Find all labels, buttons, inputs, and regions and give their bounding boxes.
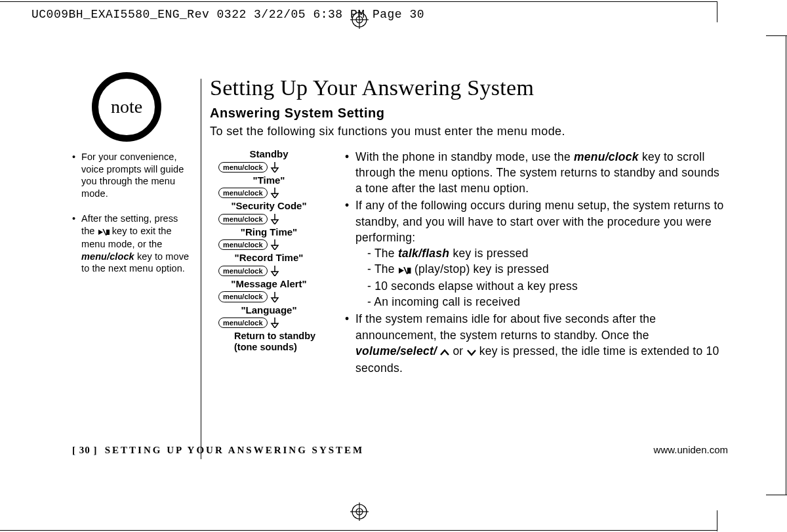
down-arrow-icon <box>270 292 279 302</box>
registration-mark-top <box>350 10 369 29</box>
crop-mark-top <box>0 1 717 2</box>
crop-mark-bottom <box>0 530 717 531</box>
text-fragment: The <box>374 247 398 260</box>
sidebar-notes: • For your convenience, voice prompts wi… <box>72 151 193 288</box>
sidebar-note-text: For your convenience, voice prompts will… <box>81 151 193 199</box>
footer-url: www.uniden.com <box>654 444 728 455</box>
svg-marker-23 <box>272 298 278 302</box>
flow-step-ringtime: "Ring Time" <box>210 227 328 238</box>
text-fragment: If the system remains idle for about fiv… <box>355 312 656 341</box>
flow-step-security: "Security Code" <box>210 201 328 212</box>
bullet-icon: • <box>72 213 81 275</box>
crop-mark-right-bot-h <box>766 495 787 495</box>
flow-step-language: "Language" <box>210 305 328 316</box>
text-fragment: If any of the following occurs during me… <box>355 199 724 243</box>
text-fragment: 10 seconds elapse without a key press <box>374 279 578 293</box>
down-arrow-icon <box>270 188 279 198</box>
page-footer: [ 30 ] SETTING UP YOUR ANSWERING SYSTEM … <box>72 444 728 456</box>
text-fragment: key is pressed <box>449 247 528 260</box>
down-arrow-icon <box>270 266 279 276</box>
text-fragment: An incoming call is received <box>374 295 520 308</box>
down-arrow-icon <box>270 239 279 250</box>
vertical-divider <box>201 79 201 459</box>
instruction-item: • If any of the following occurs during … <box>345 197 728 310</box>
bullet-icon: • <box>345 197 355 310</box>
bullet-icon: • <box>345 149 355 196</box>
flow-step-time: "Time" <box>210 175 328 186</box>
instruction-list: • With the phone in standby mode, use th… <box>345 149 728 376</box>
text-fragment: (play/stop) key is pressed <box>414 262 549 276</box>
menu-clock-button-icon: menu/clock <box>218 317 268 328</box>
menu-flow-diagram: Standby menu/clock "Time" menu/clock "Se… <box>210 149 328 377</box>
note-badge: note <box>91 71 163 143</box>
crop-mark-right-top-h <box>766 35 787 36</box>
sidebar-note-item: • After the setting, press the key to ex… <box>72 213 193 275</box>
bullet-icon: • <box>72 151 81 199</box>
menu-clock-key-name: menu/clock <box>81 251 134 262</box>
page-content: note • For your convenience, voice promp… <box>33 39 754 499</box>
svg-marker-17 <box>272 220 278 224</box>
svg-marker-26 <box>399 268 404 274</box>
page-number: [ 30 ] <box>72 445 98 455</box>
page-title: Setting Up Your Answering System <box>210 75 728 100</box>
svg-marker-19 <box>272 245 278 250</box>
svg-rect-28 <box>407 268 411 274</box>
menu-clock-button-icon: menu/clock <box>218 162 268 173</box>
menu-clock-button-icon: menu/clock <box>218 239 268 250</box>
sidebar-note-item: • For your convenience, voice prompts wi… <box>72 151 193 199</box>
registration-mark-bottom <box>350 502 369 521</box>
flow-step-standby: Standby <box>210 149 328 160</box>
play-stop-icon <box>98 226 110 239</box>
svg-marker-15 <box>272 194 278 198</box>
down-chevron-icon <box>467 344 476 360</box>
intro-text: To set the following six functions you m… <box>210 125 728 138</box>
text-fragment: With the phone in standby mode, use the <box>355 150 574 163</box>
section-heading: Answering System Setting <box>210 106 728 121</box>
footer-section-title: SETTING UP YOUR ANSWERING SYSTEM <box>105 445 365 455</box>
down-arrow-icon <box>270 162 279 173</box>
sidebar-note-text: After the setting, press the key to exit… <box>81 213 193 275</box>
volume-select-key-name: volume/select/ <box>355 344 437 358</box>
up-chevron-icon <box>440 344 449 360</box>
menu-clock-button-icon: menu/clock <box>218 291 268 302</box>
svg-marker-13 <box>272 168 278 173</box>
text-fragment: or <box>453 344 466 358</box>
down-arrow-icon <box>270 214 279 224</box>
menu-clock-button-icon: menu/clock <box>218 266 268 276</box>
svg-line-27 <box>404 267 407 274</box>
text-fragment: Return to standby <box>234 331 315 341</box>
menu-clock-button-icon: menu/clock <box>218 188 268 198</box>
menu-clock-key-name: menu/clock <box>574 150 639 163</box>
flow-step-messagealert: "Message Alert" <box>210 279 328 290</box>
main-content: Setting Up Your Answering System Answeri… <box>210 75 728 377</box>
svg-marker-21 <box>272 272 278 276</box>
crop-mark-right <box>786 35 786 495</box>
svg-marker-25 <box>272 323 278 328</box>
crop-mark-top-right-v <box>717 1 717 22</box>
bullet-icon: • <box>345 311 355 376</box>
text-fragment: The <box>374 262 398 276</box>
flow-step-return: Return to standby (tone sounds) <box>210 331 328 352</box>
note-badge-label: note <box>91 71 163 143</box>
instruction-item: • With the phone in standby mode, use th… <box>345 149 728 196</box>
menu-clock-button-icon: menu/clock <box>218 214 268 224</box>
flow-step-recordtime: "Record Time" <box>210 253 328 264</box>
svg-rect-11 <box>106 230 110 235</box>
svg-line-10 <box>103 229 106 235</box>
talk-flash-key-name: talk/flash <box>398 247 449 260</box>
instruction-item: • If the system remains idle for about f… <box>345 311 728 376</box>
down-arrow-icon <box>270 317 279 328</box>
text-fragment: (tone sounds) <box>234 342 297 352</box>
play-stop-icon <box>398 262 411 278</box>
svg-marker-9 <box>98 230 103 235</box>
crop-mark-bot-right-v <box>717 510 717 531</box>
